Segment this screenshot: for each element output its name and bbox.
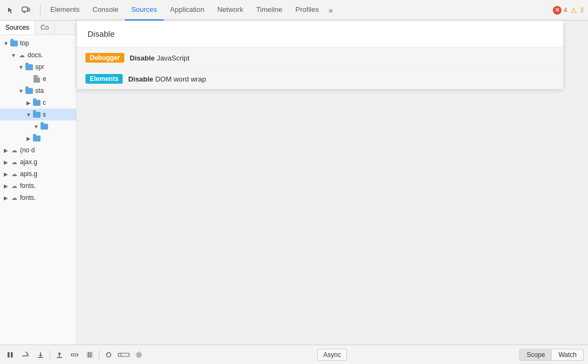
tab-application[interactable]: Application	[164, 0, 211, 21]
label-apis: apis.g	[20, 170, 37, 178]
label-c: c	[43, 99, 46, 106]
warning-count: 3	[580, 6, 584, 14]
command-input-area[interactable]	[77, 21, 563, 48]
tree-item-docs[interactable]: ▼ ☁ docs.	[0, 49, 76, 61]
async-button[interactable]: Async	[317, 349, 347, 361]
sidebar-tabs: Sources Co	[0, 21, 76, 35]
tree-item-spr[interactable]: ▼ spr	[0, 61, 76, 73]
label-e: e	[43, 75, 46, 83]
watch-button[interactable]: Watch	[552, 349, 584, 361]
scope-watch-group: Scope Watch	[519, 349, 584, 361]
tree-item-ajax[interactable]: ▶ ☁ ajax.g	[0, 156, 76, 168]
bottom-divider-1	[50, 350, 50, 360]
label-docs: docs.	[28, 51, 43, 59]
arrow-c: ▶	[25, 99, 32, 106]
tab-overflow[interactable]: »	[325, 6, 336, 15]
command-result-elements[interactable]: Elements Disable DOM word wrap	[77, 69, 563, 89]
svg-marker-8	[39, 355, 42, 357]
label-fonts2: fonts.	[20, 194, 36, 201]
sidebar-tab-sources[interactable]: Sources	[0, 21, 35, 35]
command-dropdown: Debugger Disable JavaScript Elements Dis…	[77, 21, 563, 89]
arrow-spr: ▼	[17, 63, 25, 71]
tree-item-c[interactable]: ▶ c	[0, 97, 76, 109]
command-results: Debugger Disable JavaScript Elements Dis…	[77, 48, 563, 89]
arrow-e	[25, 75, 32, 83]
warning-icon: ⚠	[569, 6, 578, 15]
command-result-text-1: Disable JavaScript	[130, 54, 190, 62]
settings-icon[interactable]	[133, 349, 145, 361]
tree-item-apis[interactable]: ▶ ☁ apis.g	[0, 168, 76, 180]
arrow-docs: ▼	[10, 51, 17, 59]
folder-icon-top	[10, 39, 18, 48]
label-s: s	[43, 111, 46, 118]
step-over-icon[interactable]	[19, 349, 31, 361]
label-ajax: ajax.g	[20, 158, 37, 166]
sidebar-tab-co[interactable]: Co	[35, 21, 55, 35]
tree-item-top[interactable]: ▼ top	[0, 37, 76, 49]
toolbar-icon-group	[4, 4, 32, 17]
tab-elements[interactable]: Elements	[44, 0, 86, 21]
folder-icon-sta	[25, 86, 34, 95]
elements-badge: Elements	[85, 74, 123, 84]
tree-item-sta[interactable]: ▼ sta	[0, 85, 76, 97]
scope-button[interactable]: Scope	[519, 349, 552, 361]
tree-item-nested[interactable]: ▼	[0, 120, 76, 132]
command-result-debugger[interactable]: Debugger Disable JavaScript	[77, 48, 563, 69]
cloud-icon-apis: ☁	[10, 170, 18, 178]
arrow-sta: ▼	[17, 87, 25, 95]
tab-sources[interactable]: Sources	[125, 0, 164, 21]
tab-profiles[interactable]: Profiles	[289, 0, 325, 21]
svg-rect-0	[22, 7, 28, 11]
async-icon[interactable]	[118, 349, 130, 361]
arrow-nod: ▶	[2, 146, 10, 154]
tab-console[interactable]: Console	[86, 0, 125, 21]
folder-icon-spr	[25, 63, 34, 71]
debugger-badge: Debugger	[85, 53, 124, 63]
tab-network[interactable]: Network	[211, 0, 250, 21]
arrow-apis: ▶	[2, 170, 10, 178]
breakpoints-icon[interactable]	[103, 349, 115, 361]
command-input[interactable]	[88, 29, 552, 38]
folder-icon-collapsed	[32, 134, 41, 143]
pause-icon[interactable]	[4, 349, 16, 361]
tree-item-e[interactable]: e	[0, 73, 76, 85]
disable-bold-2: Disable	[128, 75, 153, 83]
cursor-icon[interactable]	[4, 4, 17, 17]
blackbox-icon[interactable]	[84, 349, 96, 361]
svg-marker-11	[58, 352, 61, 354]
file-tree: ▼ top ▼ ☁ docs. ▼ spr e	[0, 35, 76, 206]
step-into-icon[interactable]	[35, 349, 46, 361]
label-spr: spr	[35, 63, 44, 71]
toolbar-divider	[40, 4, 41, 16]
svg-point-21	[138, 353, 141, 356]
tree-item-s[interactable]: ▼ s	[0, 109, 76, 120]
command-result-text-2: Disable DOM word wrap	[128, 75, 206, 83]
error-badge-group: ✕ 4 ⚠ 3	[553, 6, 584, 15]
cloud-icon-nod: ☁	[10, 146, 18, 154]
step-out-icon[interactable]	[54, 349, 65, 361]
arrow-fonts1: ▶	[2, 182, 10, 190]
error-icon: ✕	[553, 6, 562, 15]
arrow-top: ▼	[2, 39, 10, 47]
tree-item-fonts1[interactable]: ▶ ☁ fonts.	[0, 180, 76, 192]
svg-rect-1	[28, 8, 30, 11]
bottom-divider-2	[99, 350, 99, 360]
svg-rect-3	[8, 352, 10, 358]
tab-timeline[interactable]: Timeline	[250, 0, 289, 21]
sidebar: Sources Co ▼ top ▼ ☁ docs. ▼ spr	[0, 21, 77, 345]
device-icon[interactable]	[19, 4, 32, 17]
deactivate-icon[interactable]	[69, 349, 81, 361]
tree-item-collapsed[interactable]: ▶	[0, 132, 76, 144]
arrow-ajax: ▶	[2, 158, 10, 166]
cloud-icon-docs: ☁	[17, 51, 26, 59]
tree-item-nod[interactable]: ▶ ☁ (no d	[0, 144, 76, 156]
tree-item-fonts2[interactable]: ▶ ☁ fonts.	[0, 192, 76, 204]
bottom-toolbar: Async Scope Watch	[0, 345, 588, 364]
error-count: 4	[564, 6, 567, 14]
cloud-icon-fonts2: ☁	[10, 193, 18, 202]
tab-nav: Elements Console Sources Application Net…	[44, 0, 336, 20]
folder-icon-s	[32, 110, 41, 119]
devtools-toolbar: Elements Console Sources Application Net…	[0, 0, 588, 21]
arrow-nested: ▼	[32, 123, 40, 130]
disable-bold-1: Disable	[130, 54, 155, 62]
